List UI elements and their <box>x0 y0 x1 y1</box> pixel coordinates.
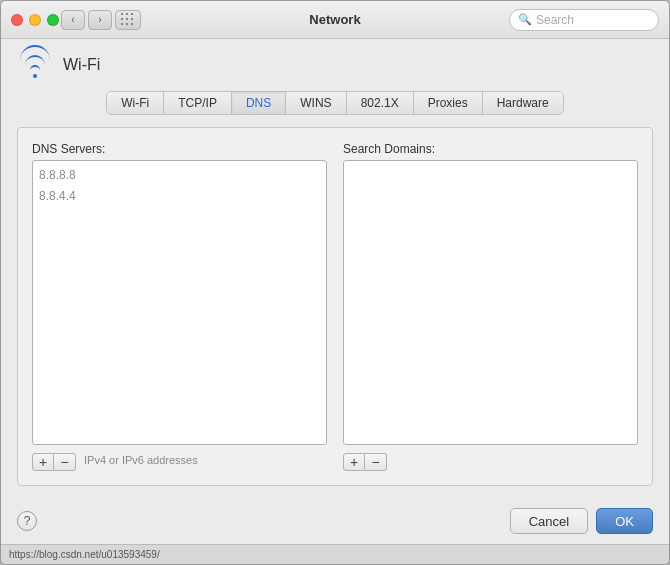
bottom-bar: ? Cancel OK <box>1 498 669 544</box>
remove-dns-server-button[interactable]: − <box>54 453 76 471</box>
maximize-button[interactable] <box>47 14 59 26</box>
columns: DNS Servers: 8.8.8.8 8.8.4.4 + − IPv4 or… <box>32 142 638 471</box>
add-dns-server-button[interactable]: + <box>32 453 54 471</box>
action-buttons: Cancel OK <box>510 508 653 534</box>
remove-domain-button[interactable]: − <box>365 453 387 471</box>
network-window: ‹ › Network 🔍 Search Wi-Fi <box>0 0 670 565</box>
dns-servers-controls: + − <box>32 453 76 471</box>
grid-button[interactable] <box>115 10 141 30</box>
nav-buttons: ‹ › <box>61 10 112 30</box>
wifi-label: Wi-Fi <box>63 56 100 74</box>
wifi-header: Wi-Fi <box>17 51 653 79</box>
content-area: Wi-Fi Wi-Fi TCP/IP DNS WINS 802.1X Proxi… <box>1 39 669 498</box>
tab-8021x[interactable]: 802.1X <box>347 92 414 114</box>
tab-wins[interactable]: WINS <box>286 92 346 114</box>
add-domain-button[interactable]: + <box>343 453 365 471</box>
dns-hint: IPv4 or IPv6 addresses <box>84 451 198 469</box>
search-icon: 🔍 <box>518 13 532 26</box>
tab-hardware[interactable]: Hardware <box>483 92 563 114</box>
url-bar: https://blog.csdn.net/u013593459/ <box>1 544 669 564</box>
search-box[interactable]: 🔍 Search <box>509 9 659 31</box>
dns-panel: DNS Servers: 8.8.8.8 8.8.4.4 + − IPv4 or… <box>17 127 653 486</box>
dns-servers-label: DNS Servers: <box>32 142 327 156</box>
tabs-bar: Wi-Fi TCP/IP DNS WINS 802.1X Proxies Har… <box>106 91 563 115</box>
forward-button[interactable]: › <box>88 10 112 30</box>
url-text: https://blog.csdn.net/u013593459/ <box>9 549 160 560</box>
search-domains-column: Search Domains: + − <box>343 142 638 471</box>
tab-proxies[interactable]: Proxies <box>414 92 483 114</box>
cancel-button[interactable]: Cancel <box>510 508 588 534</box>
tab-tcpip[interactable]: TCP/IP <box>164 92 232 114</box>
window-title: Network <box>309 12 360 27</box>
close-button[interactable] <box>11 14 23 26</box>
traffic-lights <box>11 14 59 26</box>
search-domains-label: Search Domains: <box>343 142 638 156</box>
search-domains-controls: + − <box>343 453 387 471</box>
help-button[interactable]: ? <box>17 511 37 531</box>
minimize-button[interactable] <box>29 14 41 26</box>
list-item: 8.8.4.4 <box>39 186 320 207</box>
tab-dns[interactable]: DNS <box>232 92 286 114</box>
tab-wifi[interactable]: Wi-Fi <box>107 92 164 114</box>
search-placeholder: Search <box>536 13 574 27</box>
wifi-icon <box>17 51 53 79</box>
list-item: 8.8.8.8 <box>39 165 320 186</box>
dns-servers-list[interactable]: 8.8.8.8 8.8.4.4 <box>32 160 327 445</box>
back-button[interactable]: ‹ <box>61 10 85 30</box>
search-domains-list[interactable] <box>343 160 638 445</box>
titlebar: ‹ › Network 🔍 Search <box>1 1 669 39</box>
dns-servers-column: DNS Servers: 8.8.8.8 8.8.4.4 + − IPv4 or… <box>32 142 327 471</box>
ok-button[interactable]: OK <box>596 508 653 534</box>
